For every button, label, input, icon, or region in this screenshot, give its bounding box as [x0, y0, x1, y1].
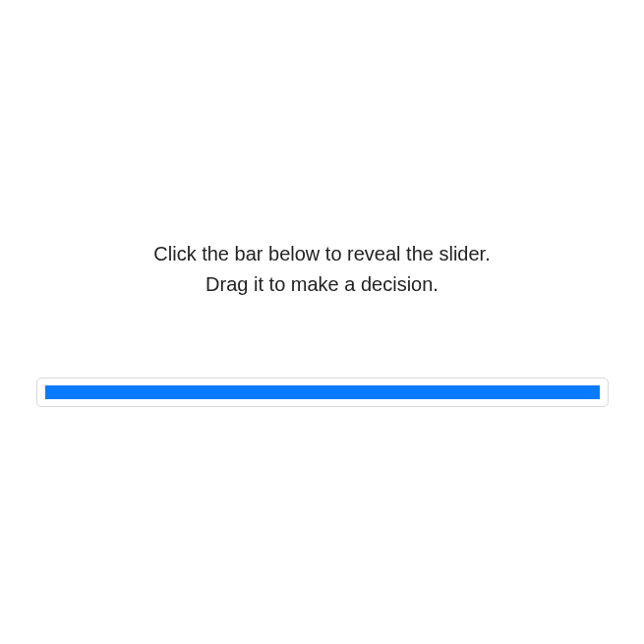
instructions-text: Click the bar below to reveal the slider… — [153, 239, 490, 300]
instructions-line-1: Click the bar below to reveal the slider… — [153, 239, 490, 269]
slider-bar[interactable] — [45, 385, 600, 399]
slider-container[interactable] — [36, 378, 609, 407]
instructions-line-2: Drag it to make a decision. — [153, 269, 490, 300]
